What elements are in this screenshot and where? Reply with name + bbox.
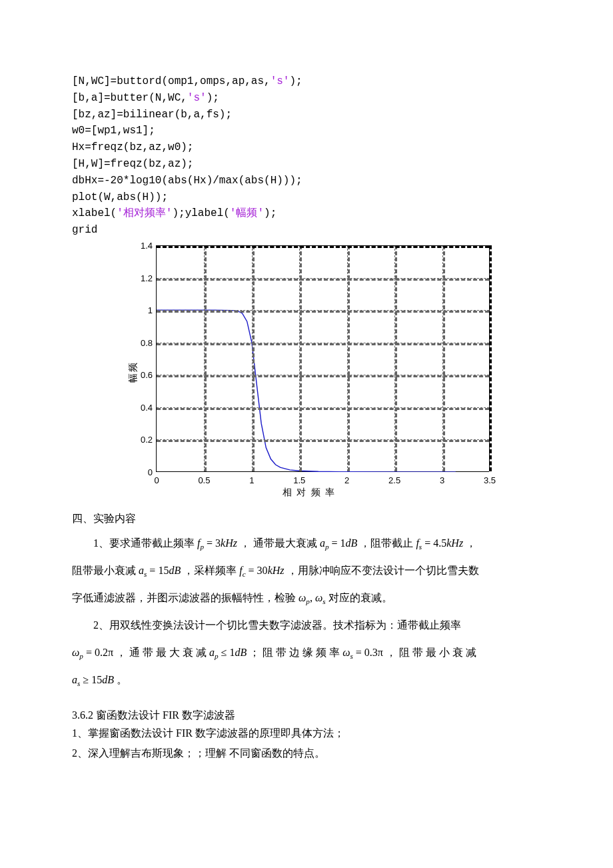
x-tick: 3.5 [484,475,496,485]
x-tick: 0.5 [198,475,210,485]
magnitude-response-chart: 幅频 00.511.522.533.500.20.40.60.811.21.4 … [123,245,496,499]
y-tick: 0 [148,467,157,477]
x-axis-label: 相 对 频 率 [123,487,496,499]
y-tick: 0.6 [141,370,157,380]
x-tick: 2.5 [388,475,400,485]
code-block: [N,WC]=buttord(omp1,omps,ap,as,'s'); [b,… [72,73,546,239]
y-tick: 1 [148,305,157,315]
task-2-line2: ωp = 0.2π ， 通 带 最 大 衰 减 ap ≤ 1dB ； 阻 带 边… [72,641,546,665]
x-tick: 1 [249,475,254,485]
x-tick: 2 [344,475,349,485]
subsection-362-title: 3.6.2 窗函数法设计 FIR 数字滤波器 [72,709,546,723]
section-4-title: 四、实验内容 [72,512,546,526]
task-2-line1: 2、用双线性变换法设计一个切比雪夫数字滤波器。技术指标为：通带截止频率 [72,613,546,638]
subsection-362-item2: 2、深入理解吉布斯现象；；理解 不同窗函数的特点。 [72,744,546,763]
task-2-line3: as ≥ 15dB 。 [72,668,546,693]
y-tick: 1.4 [141,240,157,250]
x-tick: 3 [440,475,444,485]
y-tick: 0.4 [141,402,157,412]
task-1-line1: 1、要求通带截止频率 fp = 3kHz ， 通带最大衰减 ap = 1dB ，… [72,531,546,556]
y-axis-label: 幅频 [127,361,139,383]
y-tick: 0.2 [141,435,157,445]
subsection-362-item1: 1、掌握窗函数法设计 FIR 数字滤波器的原理即具体方法； [72,724,546,743]
task-1-line2: 阻带最小衰减 as = 15dB ，采样频率 fc = 30kHz ，用脉冲响应… [72,559,546,583]
y-tick: 1.2 [141,273,157,283]
y-tick: 0.8 [141,337,157,347]
task-1-line3: 字低通滤波器，并图示滤波器的振幅特性，检验 ωp, ωs 对应的衰减。 [72,586,546,611]
x-tick: 1.5 [293,475,305,485]
